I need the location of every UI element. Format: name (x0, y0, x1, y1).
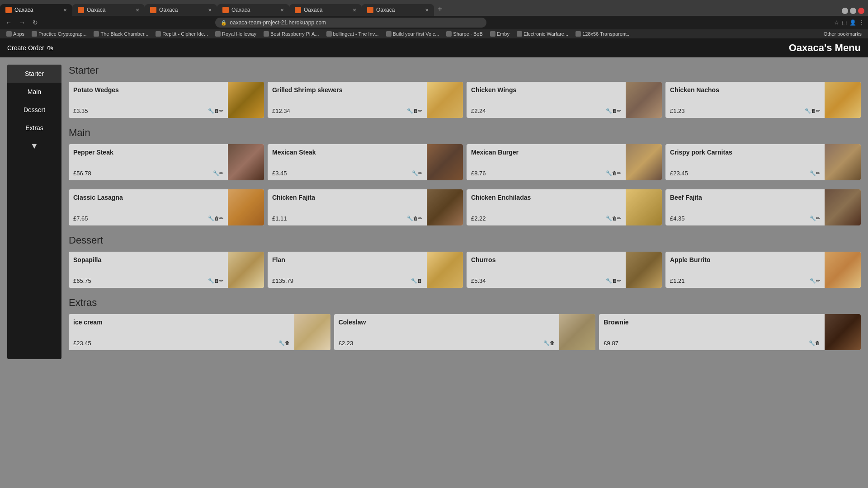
forward-button[interactable]: → (17, 18, 27, 27)
extras-section-title: Extras (69, 297, 861, 309)
item-price: £1.11 (272, 215, 287, 222)
sidebar-item-dessert[interactable]: Dessert (7, 101, 61, 119)
item-name: Grilled Shrimp skewers (272, 86, 422, 94)
bookmark-transparent[interactable]: 128x56 Transparent... (573, 30, 633, 38)
bookmark-bellingcat[interactable]: bellingcat - The Inv... (324, 30, 382, 38)
bookmark-voice[interactable]: Build your first Voic... (383, 30, 442, 38)
starter-section-title: Starter (69, 65, 861, 76)
menu-item-info: Flan £135.79 🔧🗑 (268, 252, 427, 288)
tab-close-2[interactable]: ✕ (136, 8, 139, 13)
create-order-button[interactable]: Create Order 🛍 (7, 44, 53, 52)
app-header: Create Order 🛍 Oaxaca's Menu (0, 38, 868, 57)
bookmark-sharpe[interactable]: Sharpe · BoB (443, 30, 485, 38)
list-item[interactable]: ice cream £23.45 🔧🗑 (69, 314, 330, 350)
tab-5[interactable]: Oaxaca ✕ (289, 4, 362, 16)
maximize-button[interactable] (850, 8, 856, 14)
new-tab-button[interactable]: + (434, 3, 446, 16)
tab-close-1[interactable]: ✕ (63, 8, 67, 13)
tab-close-5[interactable]: ✕ (353, 8, 356, 13)
shopping-bag-icon: 🛍 (47, 44, 53, 52)
list-item[interactable]: Crispy pork Carnitas £23.45 🔧✏ (665, 144, 861, 180)
tab-close-4[interactable]: ✕ (280, 8, 284, 13)
bookmark-raspberry-pi[interactable]: Best Raspberry Pi A... (261, 30, 322, 38)
item-bottom: £135.79 🔧🗑 (272, 277, 422, 284)
item-image (626, 189, 662, 225)
list-item[interactable]: Apple Burrito £1.21 🔧✏ (665, 252, 861, 288)
filter-button[interactable]: ▼ (7, 137, 61, 155)
bookmark-royal-holloway[interactable]: Royal Holloway (212, 30, 259, 38)
filter-icon: ▼ (30, 141, 38, 151)
sidebar-item-starter[interactable]: Starter (7, 65, 61, 83)
close-button[interactable] (858, 8, 864, 14)
star-icon[interactable]: ☆ (834, 19, 839, 26)
list-item[interactable]: Flan £135.79 🔧🗑 (268, 252, 463, 288)
address-right-icons: ☆ ⬚ 👤 ⋮ (834, 19, 864, 26)
list-item[interactable]: Beef Fajita £4.35 🔧✏ (665, 189, 861, 225)
sidebar-item-extras[interactable]: Extras (7, 119, 61, 137)
list-item[interactable]: Pepper Steak £56.78 🔧✏ (69, 144, 264, 180)
item-bottom: £56.78 🔧✏ (73, 170, 223, 177)
dessert-section: Dessert Sopapilla £65.75 🔧🗑✏ Flan (69, 235, 861, 288)
item-image (626, 252, 662, 288)
bookmark-voice-label: Build your first Voic... (393, 31, 439, 37)
bookmark-black-chamber[interactable]: The Black Chamber... (91, 30, 151, 38)
list-item[interactable]: Sopapilla £65.75 🔧🗑✏ (69, 252, 264, 288)
sidebar-item-main[interactable]: Main (7, 83, 61, 101)
menu-item-info: Apple Burrito £1.21 🔧✏ (665, 252, 825, 288)
tab-4[interactable]: Oaxaca ✕ (217, 4, 289, 16)
bookmark-apps[interactable]: Apps (4, 30, 27, 38)
list-item[interactable]: Classic Lasagna £7.65 🔧🗑✏ (69, 189, 264, 225)
bookmark-electronic-warfare[interactable]: Electronic Warfare... (514, 30, 571, 38)
tab-6[interactable]: Oaxaca ✕ (362, 4, 434, 16)
list-item[interactable]: Grilled Shrimp skewers £12.34 🔧🗑✏ (268, 82, 463, 118)
list-item[interactable]: Chicken Enchiladas £2.22 🔧🗑✏ (467, 189, 662, 225)
item-image (427, 82, 463, 118)
item-image (626, 82, 662, 118)
tab-close-3[interactable]: ✕ (208, 8, 212, 13)
list-item[interactable]: Potato Wedges £3.35 🔧🗑✏ (69, 82, 264, 118)
list-item[interactable]: Mexican Steak £3.45 🔧✏ (268, 144, 463, 180)
dessert-grid: Sopapilla £65.75 🔧🗑✏ Flan £135.79 🔧🗑 (69, 252, 861, 288)
minimize-button[interactable] (842, 8, 848, 14)
list-item[interactable]: Chicken Fajita £1.11 🔧🗑✏ (268, 189, 463, 225)
tab-3[interactable]: Oaxaca ✕ (145, 4, 217, 16)
reload-button[interactable]: ↻ (31, 18, 40, 27)
item-action-icons: 🔧🗑✏ (606, 278, 621, 284)
bookmark-replit[interactable]: Repl.it - Cipher Ide... (153, 30, 211, 38)
tab-close-6[interactable]: ✕ (425, 8, 429, 13)
item-price: £23.45 (670, 170, 688, 177)
menu-item-info: Chicken Wings £2.24 🔧🗑✏ (467, 82, 626, 118)
item-action-icons: 🔧🗑✏ (407, 108, 422, 114)
item-price: £2.23 (339, 340, 354, 347)
bookmark-replit-label: Repl.it - Cipher Ide... (162, 31, 208, 37)
tab-2[interactable]: Oaxaca ✕ (72, 4, 145, 16)
list-item[interactable]: Brownie £9.87 🔧🗑 (599, 314, 861, 350)
item-price: £1.23 (670, 108, 685, 114)
tab-1[interactable]: Oaxaca ✕ (0, 4, 72, 16)
item-name: Crispy pork Carnitas (670, 149, 820, 156)
url-bar[interactable]: 🔒 oaxaca-team-project-21.herokuapp.com (215, 18, 486, 28)
bellingcat-favicon (326, 31, 332, 37)
menu-icon[interactable]: ⋮ (859, 19, 864, 26)
bookmark-sharpe-label: Sharpe · BoB (453, 31, 482, 37)
list-item[interactable]: Chicken Wings £2.24 🔧🗑✏ (467, 82, 662, 118)
profile-icon[interactable]: 👤 (849, 19, 856, 26)
bookmark-cryptography[interactable]: Practice Cryptograp... (29, 30, 89, 38)
menu-item-info: Chicken Fajita £1.11 🔧🗑✏ (268, 189, 427, 225)
extras-section: Extras ice cream £23.45 🔧🗑 Coleslaw (69, 297, 861, 350)
list-item[interactable]: Coleslaw £2.23 🔧🗑 (334, 314, 596, 350)
bookmark-emby[interactable]: Emby (487, 30, 512, 38)
item-name: Sopapilla (73, 256, 223, 263)
back-button[interactable]: ← (4, 18, 14, 27)
list-item[interactable]: Mexican Burger £8.76 🔧🗑✏ (467, 144, 662, 180)
extension-icon[interactable]: ⬚ (842, 19, 847, 26)
item-name: Churros (471, 256, 621, 263)
list-item[interactable]: Chicken Nachos £1.23 🔧🗑✏ (665, 82, 861, 118)
item-image (559, 314, 595, 350)
item-action-icons: 🔧🗑✏ (208, 216, 223, 221)
item-name: Apple Burrito (670, 256, 820, 263)
bookmark-other[interactable]: Other bookmarks (821, 30, 864, 38)
list-item[interactable]: Churros £5.34 🔧🗑✏ (467, 252, 662, 288)
item-name: Brownie (604, 319, 820, 326)
item-price: £2.22 (471, 215, 486, 222)
